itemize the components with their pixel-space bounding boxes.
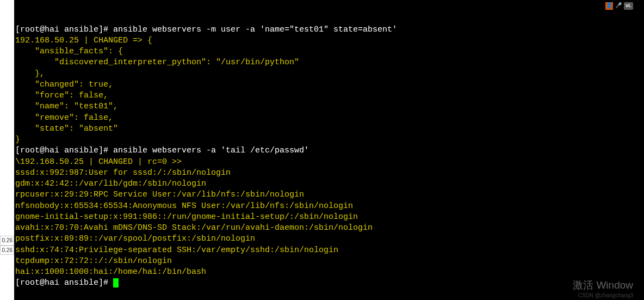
ansible-output: "remove": false, xyxy=(15,113,113,123)
terminal[interactable]: 👤 🎤 WL [root@hai ansible]# ansible webse… xyxy=(14,0,644,300)
user-icon: 👤 xyxy=(605,2,613,10)
ansible-output: 192.168.50.25 | CHANGED => { xyxy=(15,36,152,45)
passwd-line: gdm:x:42:42::/var/lib/gdm:/sbin/nologin xyxy=(15,179,206,188)
ansible-output: }, xyxy=(15,69,45,78)
ansible-output: "ansible_facts": { xyxy=(15,47,123,56)
ansible-output: "state": "absent" xyxy=(15,124,118,133)
shell-prompt: [root@hai ansible]# xyxy=(15,25,113,34)
passwd-line: sshd:x:74:74:Privilege-separated SSH:/va… xyxy=(15,246,338,255)
passwd-line: nfsnobody:x:65534:65534:Anonymous NFS Us… xyxy=(15,201,353,211)
ansible-output: "discovered_interpreter_python": "/usr/b… xyxy=(15,58,299,67)
shell-command: ansible webservers -a 'tail /etc/passwd' xyxy=(113,146,309,155)
ansible-output: "force": false, xyxy=(15,91,108,100)
ansible-output: } xyxy=(15,135,20,144)
shell-prompt: [root@hai ansible]# xyxy=(15,146,113,155)
ansible-output: "changed": true, xyxy=(15,80,113,89)
side-ip-tabs: 0.26 0.26 xyxy=(0,236,14,255)
passwd-line: tcpdump:x:72:72::/:/sbin/nologin xyxy=(15,256,172,266)
terminal-cursor xyxy=(113,278,119,287)
passwd-line: sssd:x:992:987:User for sssd:/:/sbin/nol… xyxy=(15,168,231,177)
passwd-line: hai:x:1000:1000:hai:/home/hai:/bin/bash xyxy=(15,267,206,277)
ansible-output: "name": "test01", xyxy=(15,102,118,111)
ime-badge: WL xyxy=(624,2,633,10)
passwd-line: avahi:x:70:70:Avahi mDNS/DNS-SD Stack:/v… xyxy=(15,223,373,232)
mic-icon: 🎤 xyxy=(615,2,622,10)
passwd-line: gnome-initial-setup:x:991:986::/run/gnom… xyxy=(15,212,358,222)
ansible-output-header: \192.168.50.25 | CHANGED | rc=0 >> xyxy=(15,157,182,167)
passwd-line: postfix:x:89:89::/var/spool/postfix:/sbi… xyxy=(15,234,255,243)
side-tab: 0.26 xyxy=(0,236,14,246)
shell-prompt: [root@hai ansible]# xyxy=(15,278,113,287)
shell-command: ansible webservers -m user -a 'name="tes… xyxy=(113,25,397,34)
passwd-line: rpcuser:x:29:29:RPC Service User:/var/li… xyxy=(15,190,304,199)
side-tab: 0.26 xyxy=(0,246,14,255)
status-bar: 👤 🎤 WL xyxy=(605,2,633,10)
